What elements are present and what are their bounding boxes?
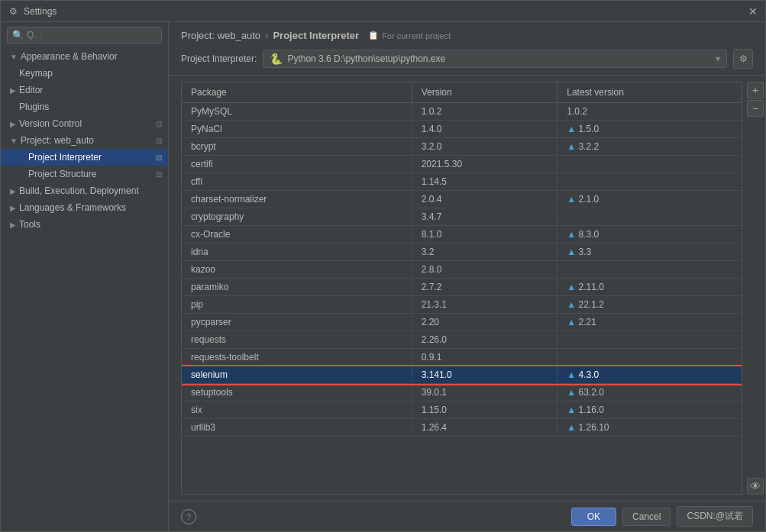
package-version: 2.8.0: [412, 261, 558, 279]
sidebar-label-project-interpreter: Project Interpreter: [28, 152, 102, 163]
table-area: Package Version Latest version PyMySQL1.…: [169, 76, 765, 501]
package-name: requests-toolbelt: [182, 349, 412, 366]
package-version: 2.20: [412, 314, 558, 331]
package-name: cffi: [182, 173, 412, 191]
sidebar-label-project: Project: web_auto: [21, 135, 94, 146]
sidebar-item-build[interactable]: ▶ Build, Execution, Deployment: [1, 182, 168, 199]
eye-icon: 👁: [750, 480, 761, 492]
titlebar: ⚙ Settings ✕: [1, 1, 765, 22]
sidebar-label-plugins: Plugins: [19, 102, 49, 112]
package-version: 2021.5.30: [412, 156, 558, 173]
table-row[interactable]: idna3.2▲ 3.3: [182, 243, 742, 261]
package-name: kazoo: [182, 261, 412, 279]
package-version: 1.14.5: [412, 173, 558, 191]
package-name: setuptools: [182, 384, 412, 401]
package-latest-version: [558, 349, 742, 366]
package-name: certifi: [182, 156, 412, 173]
table-row[interactable]: charset-normalizer2.0.4▲ 2.1.0: [182, 191, 742, 208]
package-name: bcrypt: [182, 138, 412, 156]
package-name: cryptography: [182, 208, 412, 226]
cancel-button[interactable]: Cancel: [622, 508, 671, 526]
breadcrumb: Project: web_auto › Project Interpreter …: [181, 30, 753, 41]
sidebar-item-plugins[interactable]: Plugins: [1, 98, 168, 115]
package-latest-version: ▲ 2.11.0: [558, 279, 742, 296]
table-row[interactable]: paramiko2.7.2▲ 2.11.0: [182, 279, 742, 296]
side-buttons: + − 👁: [742, 82, 765, 495]
table-row[interactable]: kazoo2.8.0: [182, 261, 742, 279]
table-row[interactable]: PyMySQL1.0.21.0.2: [182, 103, 742, 121]
table-row[interactable]: pip21.3.1▲ 22.1.2: [182, 296, 742, 314]
table-row[interactable]: requests-toolbelt0.9.1: [182, 349, 742, 366]
package-version: 2.7.2: [412, 279, 558, 296]
sidebar-item-project-structure[interactable]: Project Structure ⊡: [1, 166, 168, 182]
sidebar-item-project-interpreter[interactable]: Project Interpreter ⊡: [1, 149, 168, 166]
interpreter-select[interactable]: 🐍 Python 3.6 D:\python\setup\python.exe …: [263, 50, 727, 68]
table-row[interactable]: cryptography3.4.7: [182, 208, 742, 226]
table-row[interactable]: six1.15.0▲ 1.16.0: [182, 401, 742, 419]
ps-icon: ⊡: [156, 170, 162, 179]
package-version: 1.4.0: [412, 121, 558, 138]
update-arrow-icon: ▲: [567, 299, 578, 310]
gear-button[interactable]: ⚙: [733, 49, 753, 69]
package-latest-version: ▲ 2.1.0: [558, 191, 742, 208]
table-row[interactable]: requests2.26.0: [182, 331, 742, 349]
expand-arrow: ▼: [10, 53, 18, 61]
package-name: charset-normalizer: [182, 191, 412, 208]
sidebar-item-project-web-auto[interactable]: ▼ Project: web_auto ⊡: [1, 132, 168, 149]
package-name: pip: [182, 296, 412, 314]
table-row[interactable]: bcrypt3.2.0▲ 3.2.2: [182, 138, 742, 156]
package-latest-version: ▲ 1.26.10: [558, 419, 742, 437]
table-row[interactable]: urllib31.26.4▲ 1.26.10: [182, 419, 742, 437]
ok-button[interactable]: OK: [571, 508, 616, 526]
add-package-button[interactable]: +: [747, 82, 764, 98]
eye-button[interactable]: 👁: [747, 478, 764, 495]
scope-note: 📋 For current project: [368, 31, 451, 40]
package-version: 1.0.2: [412, 103, 558, 121]
sidebar-item-appearance-behavior[interactable]: ▼ Appearance & Behavior: [1, 48, 168, 65]
package-latest-version: ▲ 3.2.2: [558, 138, 742, 156]
table-row[interactable]: setuptools39.0.1▲ 63.2.0: [182, 384, 742, 401]
sidebar-item-languages[interactable]: ▶ Languages & Frameworks: [1, 199, 168, 216]
table-row[interactable]: cx-Oracle8.1.0▲ 8.3.0: [182, 226, 742, 243]
sidebar-item-version-control[interactable]: ▶ Version Control ⊡: [1, 115, 168, 132]
csdn-button[interactable]: CSDN:@试若: [677, 506, 753, 527]
close-button[interactable]: ✕: [747, 5, 759, 18]
package-name: paramiko: [182, 279, 412, 296]
sidebar-label-languages: Languages & Frameworks: [19, 202, 126, 213]
help-button[interactable]: ?: [181, 509, 196, 524]
sidebar-item-editor[interactable]: ▶ Editor: [1, 82, 168, 98]
table-row[interactable]: PyNaCl1.4.0▲ 1.5.0: [182, 121, 742, 138]
packages-table: Package Version Latest version PyMySQL1.…: [182, 82, 742, 437]
package-version: 39.0.1: [412, 384, 558, 401]
update-arrow-icon: ▲: [567, 229, 578, 240]
package-name: urllib3: [182, 419, 412, 437]
update-arrow-icon: ▲: [567, 405, 578, 415]
table-row[interactable]: pycparser2.20▲ 2.21: [182, 314, 742, 331]
expand-arrow-editor: ▶: [10, 86, 16, 95]
search-icon: 🔍: [12, 30, 24, 40]
packages-table-wrapper[interactable]: Package Version Latest version PyMySQL1.…: [181, 82, 742, 495]
remove-package-button[interactable]: −: [747, 100, 764, 117]
table-row[interactable]: selenium3.141.0▲ 4.3.0: [182, 366, 742, 384]
package-version: 3.2.0: [412, 138, 558, 156]
update-arrow-icon: ▲: [567, 141, 578, 152]
package-version: 1.15.0: [412, 401, 558, 419]
sidebar-label-editor: Editor: [19, 85, 43, 95]
package-latest-version: ▲ 3.3: [558, 243, 742, 261]
sidebar-label-vc: Version Control: [19, 118, 82, 129]
package-name: requests: [182, 331, 412, 349]
interpreter-label: Project Interpreter:: [181, 53, 257, 64]
table-row[interactable]: certifi2021.5.30: [182, 156, 742, 173]
sidebar-item-tools[interactable]: ▶ Tools: [1, 216, 168, 233]
table-row[interactable]: cffi1.14.5: [182, 173, 742, 191]
update-arrow-icon: ▲: [567, 387, 578, 398]
col-version: Version: [412, 82, 558, 103]
package-name: PyNaCl: [182, 121, 412, 138]
package-latest-version: ▲ 22.1.2: [558, 296, 742, 314]
package-latest-version: 1.0.2: [558, 103, 742, 121]
package-version: 3.2: [412, 243, 558, 261]
search-box[interactable]: 🔍 Q...: [7, 27, 162, 44]
scope-icon: 📋: [368, 31, 379, 40]
window-title: Settings: [24, 6, 57, 17]
sidebar-item-keymap[interactable]: Keymap: [1, 65, 168, 82]
